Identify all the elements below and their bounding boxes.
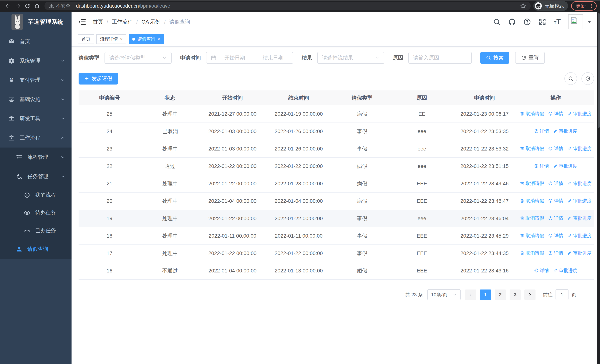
home-button[interactable] [32,1,42,11]
browser-update-button[interactable]: 更新 [571,1,597,10]
sidebar-item-leave-query[interactable]: 请假查询 [0,239,72,259]
sidebar-item-label: 我的流程 [35,191,65,198]
forward-icon [15,3,20,9]
approval-progress-link[interactable]: 审批进度 [553,163,577,169]
trash-icon [520,111,525,116]
prev-page-button[interactable] [465,289,476,300]
refresh-table-button[interactable] [581,72,594,85]
back-button[interactable] [3,1,13,11]
sidebar-item-process-mgmt[interactable]: 流程管理 [0,148,72,167]
breadcrumb-item: 请假查询 [169,18,190,25]
create-leave-button[interactable]: 发起请假 [79,73,118,84]
detail-link[interactable]: 详情 [548,250,563,256]
sidebar-item-task-mgmt[interactable]: 任务管理 [0,167,72,186]
detail-link[interactable]: 详情 [548,215,563,221]
sidebar-item-devtools[interactable]: 研发工具 [0,109,72,128]
page-button-1[interactable]: 1 [480,289,491,300]
result-placeholder: 请选择流结果 [322,54,353,61]
tag-tab-请假查询[interactable]: 请假查询× [129,34,164,44]
sidebar-item-workflow[interactable]: 工作流程 [0,128,72,148]
cancel-leave-link[interactable]: 取消请假 [520,198,544,204]
search-button[interactable]: 搜索 [480,52,509,64]
reason-input[interactable]: 请输入原因 [408,52,472,64]
avatar[interactable] [568,14,583,29]
search-icon[interactable] [493,18,501,26]
cancel-leave-link[interactable]: 取消请假 [520,111,544,117]
action-label: 审批进度 [573,250,591,256]
close-tab-icon[interactable]: × [158,37,160,41]
cancel-leave-link[interactable]: 取消请假 [520,250,544,256]
sidebar-item-infra[interactable]: 基础设施 [0,90,72,109]
approval-progress-link[interactable]: 审批进度 [567,198,591,204]
show-search-toggle-button[interactable] [564,72,577,85]
scrollbar-thumb[interactable] [598,13,600,128]
next-page-button[interactable] [525,289,535,300]
user-menu-caret-icon[interactable] [587,19,592,24]
sidebar-item-my-process[interactable]: 我的流程 [0,186,72,204]
action-label: 详情 [540,267,549,274]
cancel-leave-link[interactable]: 取消请假 [520,215,544,221]
sidebar-item-payment[interactable]: ¥支付管理 [0,70,72,90]
breadcrumb-item[interactable]: 工作流程 [112,18,133,25]
column-header: 申请编号 [79,90,141,105]
reload-button[interactable] [23,1,32,11]
cell-actions: 取消请假详情审批进度 [517,227,594,245]
cell-end-time: 2022-01-13 00:00:00 [265,262,332,280]
detail-link[interactable]: 详情 [534,128,549,134]
menu-dots-icon[interactable] [589,3,594,9]
approval-progress-link[interactable]: 审批进度 [567,250,591,256]
tag-tab-首页[interactable]: 首页 [78,34,94,44]
approval-progress-link[interactable]: 审批进度 [567,215,591,221]
site-security[interactable]: 不安全 [49,3,70,9]
detail-link[interactable]: 详情 [534,163,549,169]
detail-link[interactable]: 详情 [548,233,563,239]
sidebar-item-done-tasks[interactable]: 已办任务 [0,222,72,239]
leave-type-select[interactable]: 请选择请假类型 [104,52,172,64]
cancel-leave-link[interactable]: 取消请假 [520,233,544,239]
bookmark-star-icon[interactable] [520,3,526,9]
detail-link[interactable]: 详情 [548,180,563,187]
forward-button[interactable] [13,1,23,11]
page-size-select[interactable]: 10条/页 [427,289,461,300]
detail-link[interactable]: 详情 [548,111,563,117]
cancel-leave-link[interactable]: 取消请假 [520,180,544,187]
detail-link[interactable]: 详情 [534,267,549,274]
fullscreen-icon[interactable] [538,18,546,26]
breadcrumb-item[interactable]: 首页 [93,18,103,25]
font-size-icon[interactable]: TT [554,18,561,26]
approval-progress-link[interactable]: 审批进度 [567,146,591,152]
page-button-3[interactable]: 3 [510,289,521,300]
close-tab-icon[interactable]: × [120,37,123,41]
help-icon[interactable] [523,18,531,26]
approval-progress-link[interactable]: 审批进度 [567,180,591,187]
action-label: 详情 [540,128,549,134]
page-scrollbar[interactable] [597,12,600,364]
approval-progress-link[interactable]: 审批进度 [567,111,591,117]
app-logo[interactable]: 芋道管理系统 [0,12,72,32]
url-bar[interactable]: 不安全 dashboard.yudao.iocoder.cn/bpm/oa/le… [45,2,531,10]
detail-link[interactable]: 详情 [548,198,563,204]
tag-tab-流程详情[interactable]: 流程详情× [96,34,126,44]
sidebar-collapse-icon[interactable] [78,18,86,26]
detail-link[interactable]: 详情 [548,146,563,152]
search-icon [568,76,573,81]
eye-icon [24,209,30,216]
page-button-2[interactable]: 2 [495,289,506,300]
breadcrumb-item[interactable]: OA 示例 [141,18,161,25]
approval-progress-link[interactable]: 审批进度 [553,128,577,134]
table-header-row: 申请编号状态开始时间结束时间请假类型原因申请时间操作 [79,90,594,105]
sidebar-item-system[interactable]: 系统管理 [0,51,72,70]
result-select[interactable]: 请选择流结果 [317,52,384,64]
table-row: 16不通过2022-01-04 00:00:002022-01-13 00:00… [79,262,594,280]
approval-progress-link[interactable]: 审批进度 [553,267,577,274]
reset-button[interactable]: 重置 [515,52,545,64]
cancel-leave-link[interactable]: 取消请假 [520,146,544,152]
github-icon[interactable] [508,18,516,26]
goto-page-input[interactable]: 1 [555,289,569,300]
sidebar-item-home[interactable]: 首页 [0,32,72,51]
robot-icon [24,192,30,198]
apply-time-range-picker[interactable]: 开始日期 - 结束日期 [206,52,293,64]
sidebar-item-todo-tasks[interactable]: 待办任务 [0,204,72,222]
approval-progress-link[interactable]: 审批进度 [567,233,591,239]
end-date-placeholder: 结束日期 [258,54,288,61]
